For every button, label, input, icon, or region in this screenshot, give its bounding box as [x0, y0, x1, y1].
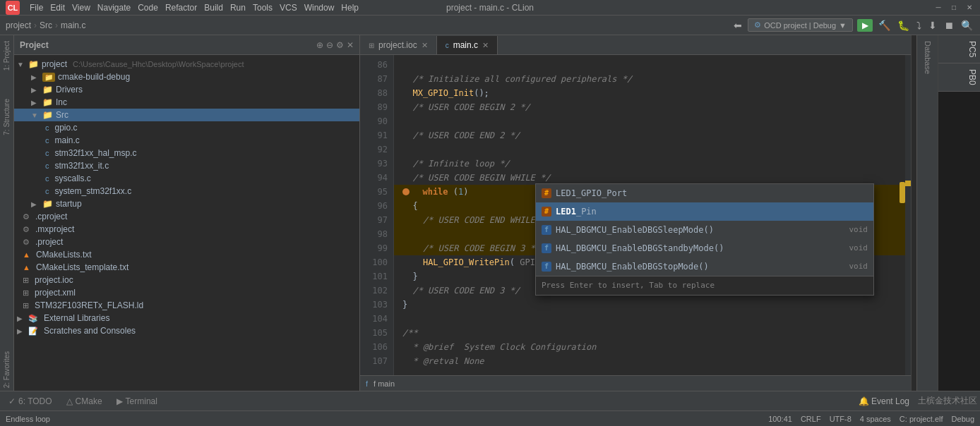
tree-collapse-icon[interactable]: ⊖	[326, 40, 333, 50]
menu-build[interactable]: Build	[201, 1, 226, 14]
app-logo: CL	[6, 1, 20, 15]
debug-icon[interactable]: 🐛	[896, 18, 911, 32]
tab-c-close[interactable]: ✕	[482, 41, 489, 50]
status-bar: Endless loop 100:41 CRLF UTF-8 4 spaces …	[0, 410, 980, 426]
sidebar-tab-project[interactable]: 1: Project	[1, 38, 12, 73]
title-bar-left: CL File Edit View Navigate Code Refactor…	[6, 1, 361, 15]
menu-refactor[interactable]: Refactor	[162, 1, 200, 14]
cursor-position[interactable]: 100:41	[768, 415, 792, 423]
run-button[interactable]: ▶	[857, 19, 873, 32]
list-item[interactable]: ▼ 📁 Src	[14, 109, 359, 121]
encoding[interactable]: UTF-8	[830, 415, 851, 423]
step-in-icon[interactable]: ⬇	[927, 18, 938, 32]
menu-navigate[interactable]: Navigate	[95, 1, 133, 14]
ac-item-standby-mode[interactable]: f HAL_DBGMCU_EnableDBGStandbyMode() void	[536, 239, 873, 257]
debug-mode[interactable]: Debug	[952, 415, 974, 423]
ld-icon: ⊞	[23, 301, 29, 310]
close-button[interactable]: ✕	[964, 3, 974, 13]
db-sidebar: Database	[916, 35, 938, 391]
menu-bar: File Edit View Navigate Code Refactor Bu…	[27, 1, 361, 14]
search-everywhere-icon[interactable]: 🔍	[960, 18, 974, 32]
menu-window[interactable]: Window	[301, 1, 337, 14]
menu-edit[interactable]: Edit	[47, 1, 68, 14]
minimize-button[interactable]: ─	[933, 3, 943, 13]
tree-root[interactable]: ▼ 📁 project C:\Users\Cause_Hhc\Desktop\W…	[14, 58, 359, 71]
list-item[interactable]: ▲ CMakeLists_template.txt	[14, 261, 359, 274]
list-item[interactable]: ⚙ .cproject	[14, 210, 359, 223]
sidebar-tab-favorites[interactable]: 2: Favorites	[1, 348, 12, 391]
list-item[interactable]: ▲ CMakeLists.txt	[14, 248, 359, 261]
ocd-label: OCD project | Debug	[764, 21, 836, 30]
tree-close-icon[interactable]: ✕	[347, 40, 354, 50]
file-tree-content: ▼ 📁 project C:\Users\Cause_Hhc\Desktop\W…	[14, 55, 359, 391]
list-item[interactable]: ⚙ .project	[14, 236, 359, 248]
ac-item-stop-mode[interactable]: f HAL_DBGMCU_EnableDBGStopMode() void	[536, 257, 873, 276]
list-item[interactable]: c stm32f1xx_hal_msp.c	[14, 147, 359, 159]
folder-label: cmake-build-debug	[58, 72, 130, 82]
bottom-tab-todo[interactable]: ✓ 6: TODO	[3, 394, 58, 409]
ac-item-led1-pin[interactable]: # LED1_Pin	[536, 202, 873, 221]
menu-help[interactable]: Help	[338, 1, 361, 14]
step-over-icon[interactable]: ⤵	[915, 18, 923, 32]
ocd-project-button[interactable]: ⚙ OCD project | Debug ▼	[748, 18, 853, 32]
list-item[interactable]: ▶ 📝 Scratches and Consoles	[14, 324, 359, 337]
project-elf[interactable]: C: project.elf	[900, 415, 943, 423]
bottom-tab-cmake[interactable]: △ CMake	[61, 394, 108, 409]
tab-main-c[interactable]: c main.c ✕	[437, 36, 498, 54]
breadcrumb-file[interactable]: main.c	[61, 20, 85, 30]
sidebar-tab-structure[interactable]: 7: Structure	[1, 96, 12, 138]
event-log-button[interactable]: 🔔 Event Log	[859, 396, 909, 406]
build-icon[interactable]: 🔨	[877, 18, 892, 32]
file-tree-panel: Project ⊕ ⊖ ⚙ ✕ ▼ 📁 project C:\Users\Cau…	[14, 35, 360, 391]
list-item[interactable]: ⊞ project.xml	[14, 286, 359, 299]
menu-file[interactable]: File	[27, 1, 46, 14]
ac-item-led1-gpio-port[interactable]: # LED1_GPIO_Port	[536, 184, 873, 202]
file-label: stm32f1xx_hal_msp.c	[55, 148, 137, 158]
xml-icon: ⊞	[23, 288, 29, 298]
ac-label: HAL_DBGMCU_EnableDBGStandbyMode()	[556, 241, 845, 255]
file-label: project.xml	[35, 288, 76, 298]
list-item[interactable]: ▶ 📁 Inc	[14, 96, 359, 109]
database-tab[interactable]: Database	[921, 35, 935, 80]
code-content[interactable]: /* Initialize all configured peripherals…	[394, 55, 905, 375]
folder-icon: 📁	[42, 85, 53, 95]
file-label: CMakeLists.txt	[36, 250, 92, 260]
ac-item-sleep-mode[interactable]: f HAL_DBGMCU_EnableDBGSleepMode() void	[536, 221, 873, 239]
root-arrow: ▼	[17, 61, 25, 68]
menu-tools[interactable]: Tools	[250, 1, 275, 14]
bottom-tab-terminal[interactable]: ▶ Terminal	[111, 394, 163, 409]
stop-icon[interactable]: ⏹	[943, 18, 955, 32]
tree-expand-icon[interactable]: ⊕	[316, 40, 323, 50]
list-item[interactable]: ⊞ STM32F103RETx_FLASH.ld	[14, 299, 359, 312]
root-folder-icon: 📁	[28, 59, 39, 69]
breadcrumb-src[interactable]: Src	[40, 20, 52, 30]
tab-ioc-close[interactable]: ✕	[422, 41, 428, 50]
list-item[interactable]: ▶ 📚 External Libraries	[14, 312, 359, 324]
list-item[interactable]: ⊞ project.ioc	[14, 274, 359, 286]
tab-project-ioc[interactable]: ⊞ project.ioc ✕	[360, 36, 437, 54]
menu-code[interactable]: Code	[135, 1, 161, 14]
indent-setting[interactable]: 4 spaces	[860, 415, 891, 423]
code-line-107: * @retval None	[394, 354, 905, 368]
menu-view[interactable]: View	[69, 1, 93, 14]
line-ending[interactable]: CRLF	[801, 415, 821, 423]
list-item[interactable]: ▶ 📁 startup	[14, 197, 359, 210]
tree-settings-icon[interactable]: ⚙	[336, 40, 344, 50]
list-item[interactable]: c stm32f1xx_it.c	[14, 159, 359, 172]
maximize-button[interactable]: □	[949, 3, 959, 13]
editor-minimap	[911, 35, 916, 391]
code-line-86	[394, 58, 905, 72]
menu-vcs[interactable]: VCS	[277, 1, 300, 14]
ac-type: void	[849, 223, 868, 237]
back-nav-icon[interactable]: ⬅	[732, 18, 743, 32]
folder-label: External Libraries	[44, 313, 109, 323]
menu-run[interactable]: Run	[227, 1, 249, 14]
list-item[interactable]: c syscalls.c	[14, 172, 359, 185]
list-item[interactable]: ⚙ .mxproject	[14, 223, 359, 236]
list-item[interactable]: ▶ 📁 Drivers	[14, 83, 359, 96]
list-item[interactable]: c system_stm32f1xx.c	[14, 185, 359, 197]
breadcrumb-project[interactable]: project	[6, 20, 31, 30]
list-item[interactable]: c main.c	[14, 134, 359, 147]
list-item[interactable]: c gpio.c	[14, 121, 359, 134]
list-item[interactable]: ▶ 📁 cmake-build-debug	[14, 71, 359, 83]
